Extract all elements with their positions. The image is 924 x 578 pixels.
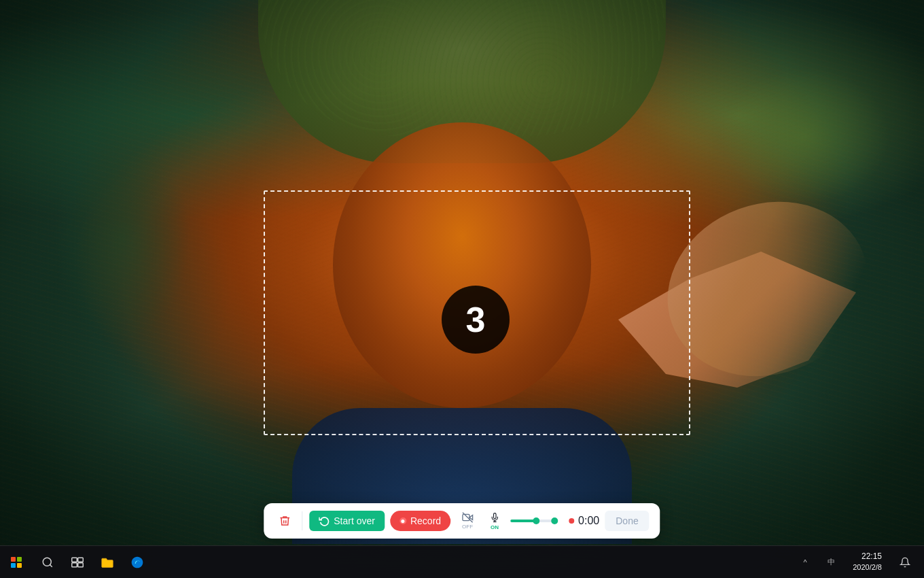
edge-icon (130, 556, 144, 569)
delete-button[interactable] (274, 512, 295, 530)
chevron-up-icon: ^ (804, 558, 807, 566)
ime-indicator[interactable]: 中 (819, 547, 843, 577)
clock-time: 22:15 (861, 551, 882, 562)
done-button[interactable]: Done (605, 511, 649, 531)
timer-dot-icon (569, 518, 574, 524)
tray-expand-button[interactable]: ^ (793, 547, 817, 577)
svg-rect-9 (78, 562, 84, 566)
svg-point-4 (43, 558, 51, 566)
record-dot-icon: ● (399, 517, 406, 524)
file-explorer-button[interactable] (92, 547, 122, 577)
record-button[interactable]: ● Record (390, 511, 450, 531)
notification-button[interactable] (891, 547, 919, 577)
svg-line-5 (50, 564, 52, 566)
task-view-button[interactable] (63, 547, 92, 577)
system-tray: ^ 中 22:15 2020/2/8 (793, 546, 924, 579)
camera-icon (461, 512, 474, 523)
clock-date: 2020/2/8 (853, 562, 882, 573)
timer-value: 0:00 (578, 515, 599, 527)
start-button[interactable] (0, 546, 33, 579)
mic-toggle-button[interactable]: ON (484, 509, 505, 533)
lang-label: 中 (828, 557, 835, 567)
divider-1 (302, 511, 302, 530)
notification-icon (900, 557, 910, 568)
camera-toggle-button[interactable]: OFF (456, 509, 479, 532)
start-over-label: Start over (334, 515, 375, 526)
mic-status-label: ON (491, 524, 499, 530)
edge-browser-button[interactable] (122, 547, 152, 577)
volume-slider[interactable] (510, 520, 558, 522)
windows-icon (11, 557, 22, 568)
camera-status-label: OFF (462, 524, 473, 530)
timer-display: 0:00 (569, 515, 599, 527)
countdown-number: 3 (466, 302, 486, 337)
recording-control-bar: Start over ● Record OFF ON 0:00 (264, 503, 660, 539)
search-icon (41, 556, 54, 568)
record-label: Record (410, 515, 441, 526)
search-taskbar-button[interactable] (33, 547, 63, 577)
restart-icon (319, 515, 330, 526)
mic-icon (490, 511, 499, 524)
task-view-icon (71, 557, 84, 568)
file-explorer-icon (101, 556, 114, 568)
done-label: Done (616, 515, 638, 526)
countdown-overlay: 3 (442, 286, 510, 354)
start-over-button[interactable]: Start over (309, 511, 385, 531)
svg-rect-7 (78, 558, 84, 562)
svg-rect-6 (72, 558, 77, 562)
svg-rect-8 (72, 562, 77, 566)
volume-fill (510, 520, 537, 522)
clock[interactable]: 22:15 2020/2/8 (845, 546, 890, 579)
taskbar: ^ 中 22:15 2020/2/8 (0, 545, 924, 578)
trash-icon (279, 515, 291, 527)
